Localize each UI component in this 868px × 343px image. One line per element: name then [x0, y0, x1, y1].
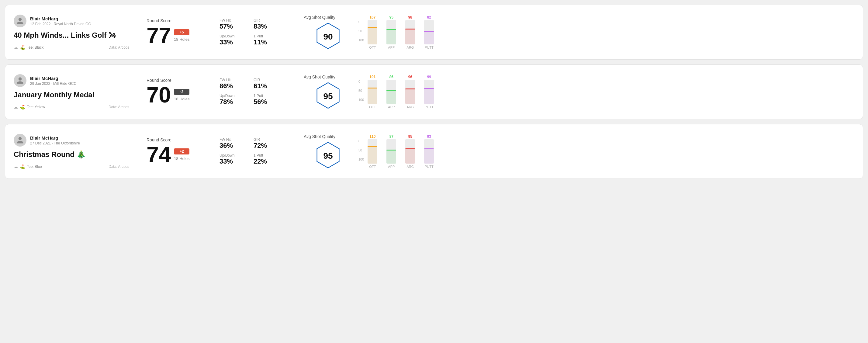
golf-icon: ⛳ [20, 164, 25, 169]
round-score-label: Round Score [147, 137, 213, 142]
bar-group: 95 ARG [403, 134, 417, 168]
fw-hit-label: FW Hit [219, 137, 246, 142]
score-badge-group: -2 18 Holes [174, 89, 189, 101]
round-title: Christmas Round 🎄 [14, 150, 129, 159]
footer-row: ☁ ⛳ Tee: Black Data: Arccos [14, 45, 129, 50]
bar-label: OTT [369, 105, 376, 109]
bar-group: 101 OTT [366, 75, 379, 109]
score-badge-group: +2 18 Holes [174, 148, 189, 161]
bar-track [424, 80, 434, 104]
updown-stat: Up/Down 78% [219, 94, 246, 106]
bar-value: 87 [390, 134, 394, 139]
score-number: 70 [147, 84, 171, 106]
gir-stat: GIR 72% [253, 137, 280, 150]
section-divider-2 [289, 72, 289, 112]
putt-stat: 1 Putt 22% [253, 153, 280, 165]
bar-track [368, 20, 377, 44]
holes-text: 18 Holes [174, 37, 189, 42]
bar-label: ARG [406, 165, 414, 168]
section-divider-2 [289, 132, 289, 171]
score-badge-group: +5 18 Holes [174, 29, 189, 42]
bar-track [405, 20, 415, 44]
chart-section: 100 50 0 101 OTT 86 APP 96 [359, 75, 854, 109]
user-row: Blair McHarg 12 Feb 2022 · Royal North D… [14, 14, 129, 27]
bar-value: 93 [427, 134, 431, 139]
bar-label: APP [388, 105, 395, 109]
bar-value: 99 [427, 75, 431, 79]
updown-label: Up/Down [219, 94, 246, 98]
hexagon: 95 [314, 82, 342, 109]
quality-label: Avg Shot Quality [304, 134, 335, 139]
cloud-icon: ☁ [14, 164, 18, 169]
putt-value: 11% [253, 38, 280, 46]
user-name: Blair McHarg [30, 16, 91, 21]
gir-label: GIR [253, 18, 280, 23]
score-main: 77 +5 18 Holes [147, 24, 213, 46]
putt-value: 56% [253, 98, 280, 106]
tee-info: ☁ ⛳ Tee: Black [14, 45, 43, 50]
hexagon: 90 [314, 22, 342, 50]
left-section: Blair McHarg 29 Jan 2022 · Mill Ride GCC… [14, 74, 129, 110]
bar-track [368, 139, 377, 164]
gir-value: 83% [253, 23, 280, 30]
bar-group: 96 ARG [403, 75, 417, 109]
gir-value: 61% [253, 82, 280, 90]
footer-row: ☁ ⛳ Tee: Blue Data: Arccos [14, 164, 129, 169]
gir-stat: GIR 83% [253, 18, 280, 30]
bar-label: OTT [369, 45, 376, 49]
updown-stat: Up/Down 33% [219, 34, 246, 46]
bar-track [424, 139, 434, 164]
quality-label: Avg Shot Quality [304, 74, 335, 80]
bar-value: 95 [408, 134, 412, 139]
round-title: January Monthly Medal [14, 91, 129, 99]
svg-text:95: 95 [323, 151, 333, 161]
bar-track [405, 139, 415, 164]
round-card-2: Blair McHarg 29 Jan 2022 · Mill Ride GCC… [5, 64, 863, 119]
bar-group: 95 APP [384, 15, 398, 49]
bar-group: 110 OTT [366, 134, 379, 168]
chart-section: 100 50 0 107 OTT 95 APP 98 [359, 15, 854, 49]
cloud-icon: ☁ [14, 104, 18, 110]
stats-grid: FW Hit 57% GIR 83% Up/Down 33% 1 Putt 11… [219, 18, 280, 46]
left-section: Blair McHarg 12 Feb 2022 · Royal North D… [14, 14, 129, 50]
score-main: 70 -2 18 Holes [147, 84, 213, 106]
score-section: Round Score 70 -2 18 Holes [147, 78, 213, 106]
user-icon [16, 136, 24, 144]
quality-section: Avg Shot Quality 95 [304, 134, 352, 169]
bar-label: ARG [406, 105, 414, 109]
user-name: Blair McHarg [30, 76, 76, 81]
svg-text:90: 90 [323, 32, 333, 41]
footer-row: ☁ ⛳ Tee: Yellow Data: Arccos [14, 104, 129, 110]
user-meta: 12 Feb 2022 · Royal North Devon GC [30, 22, 91, 26]
stats-grid: FW Hit 36% GIR 72% Up/Down 33% 1 Putt 22… [219, 137, 280, 166]
updown-value: 33% [219, 157, 246, 165]
round-title: 40 Mph Winds... Links Golf 🌬 [14, 31, 129, 39]
fw-hit-label: FW Hit [219, 18, 246, 23]
bar-group: 93 PUTT [422, 134, 436, 168]
putt-label: 1 Putt [253, 94, 280, 98]
bar-track [386, 20, 396, 44]
hexagon-container: 95 [304, 82, 352, 109]
left-section: Blair McHarg 27 Dec 2021 · The Oxfordshi… [14, 134, 129, 169]
bar-label: PUTT [425, 105, 434, 109]
bar-label: PUTT [425, 45, 434, 49]
section-divider [138, 132, 138, 171]
section-divider [138, 72, 138, 112]
cloud-icon: ☁ [14, 45, 18, 50]
section-divider [138, 12, 138, 52]
updown-label: Up/Down [219, 34, 246, 38]
user-name: Blair McHarg [30, 135, 80, 141]
bar-track [386, 139, 396, 164]
user-meta: 29 Jan 2022 · Mill Ride GCC [30, 82, 76, 86]
score-section: Round Score 74 +2 18 Holes [147, 137, 213, 165]
golf-icon: ⛳ [20, 104, 25, 110]
user-row: Blair McHarg 29 Jan 2022 · Mill Ride GCC [14, 74, 129, 87]
user-info: Blair McHarg 29 Jan 2022 · Mill Ride GCC [30, 76, 76, 86]
stats-section: FW Hit 57% GIR 83% Up/Down 33% 1 Putt 11… [219, 18, 280, 46]
data-source: Data: Arccos [108, 105, 129, 109]
hexagon-container: 95 [304, 142, 352, 169]
gir-stat: GIR 61% [253, 78, 280, 90]
fw-hit-stat: FW Hit 36% [219, 137, 246, 150]
quality-section: Avg Shot Quality 95 [304, 74, 352, 109]
quality-label: Avg Shot Quality [304, 15, 335, 20]
